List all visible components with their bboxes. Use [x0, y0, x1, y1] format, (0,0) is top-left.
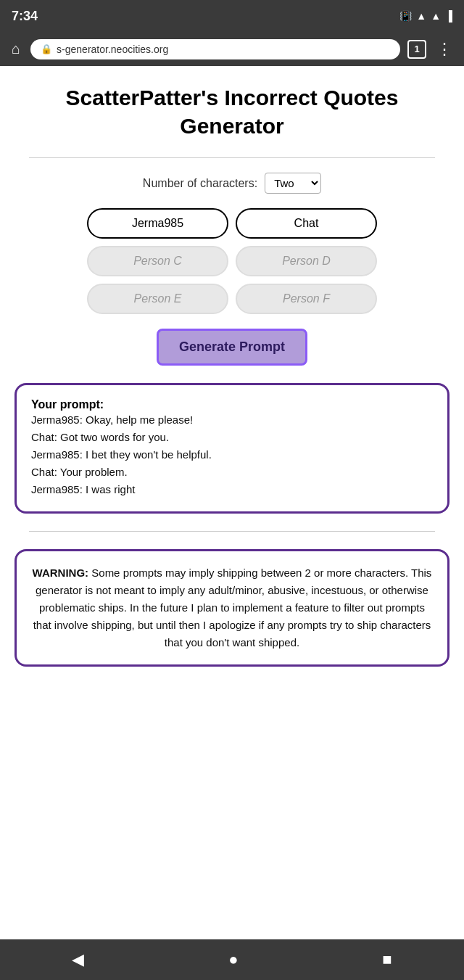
- status-icons: 📳 ▲ ▲ ▐: [399, 10, 452, 22]
- wifi-icon: ▲: [416, 10, 426, 22]
- status-bar: 7:34 📳 ▲ ▲ ▐: [0, 0, 464, 32]
- prompt-text: Jerma985: Okay, help me please!Chat: Got…: [31, 411, 433, 498]
- prompt-label: Your prompt:: [31, 398, 104, 411]
- prompt-output-box: Your prompt: Jerma985: Okay, help me ple…: [14, 383, 450, 514]
- character-grid: Jerma985 Chat Person C Person D Person E…: [87, 208, 377, 314]
- warning-label: WARNING:: [33, 567, 89, 579]
- url-text: s-generator.neocities.org: [57, 44, 168, 55]
- battery-icon: ▐: [445, 10, 452, 22]
- browser-bar: ⌂ 🔒 s-generator.neocities.org 1 ⋮: [0, 32, 464, 66]
- page-title: ScatterPatter's Incorrect Quotes Generat…: [14, 83, 450, 140]
- recent-apps-button[interactable]: ■: [368, 946, 406, 973]
- tab-badge[interactable]: 1: [407, 40, 426, 59]
- char-btn-chat[interactable]: Chat: [236, 208, 377, 239]
- back-button[interactable]: ◀: [57, 946, 99, 973]
- divider-top: [29, 157, 435, 158]
- char-count-row: Number of characters: One Two Three Four…: [14, 173, 450, 194]
- bottom-nav: ◀ ● ■: [0, 939, 464, 980]
- char-btn-person-c[interactable]: Person C: [87, 246, 228, 276]
- signal-icon: ▲: [431, 10, 441, 22]
- char-count-select[interactable]: One Two Three Four Five Six: [265, 173, 321, 194]
- warning-box: WARNING: Some prompts may imply shipping…: [14, 549, 450, 667]
- main-content: ScatterPatter's Incorrect Quotes Generat…: [0, 66, 464, 939]
- divider-middle: [29, 531, 435, 532]
- char-count-label: Number of characters:: [143, 177, 257, 190]
- generate-btn-wrapper: Generate Prompt: [14, 329, 450, 366]
- lock-icon: 🔒: [41, 44, 52, 54]
- browser-menu-icon[interactable]: ⋮: [434, 40, 455, 59]
- status-time: 7:34: [12, 9, 38, 24]
- char-btn-person-d[interactable]: Person D: [236, 246, 377, 276]
- char-btn-jerma985[interactable]: Jerma985: [87, 208, 228, 239]
- char-btn-person-f[interactable]: Person F: [236, 284, 377, 314]
- home-button[interactable]: ⌂: [9, 38, 23, 60]
- vibrate-icon: 📳: [399, 10, 412, 22]
- warning-text: Some prompts may imply shipping between …: [33, 567, 432, 648]
- home-nav-button[interactable]: ●: [214, 946, 252, 973]
- url-bar[interactable]: 🔒 s-generator.neocities.org: [30, 39, 400, 59]
- generate-prompt-button[interactable]: Generate Prompt: [157, 329, 307, 366]
- char-btn-person-e[interactable]: Person E: [87, 284, 228, 314]
